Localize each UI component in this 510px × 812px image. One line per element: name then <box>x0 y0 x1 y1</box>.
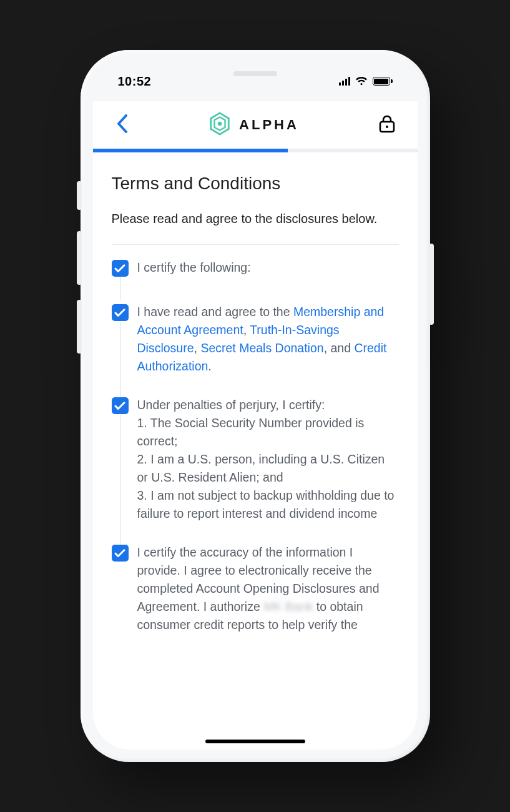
checklist-item: I certify the accuracy of the informatio… <box>112 543 399 633</box>
text: 3. I am not subject to backup withholdin… <box>137 488 395 520</box>
checklist-item-text: I have read and agree to the Membership … <box>137 303 399 375</box>
brand-logo-icon <box>208 112 232 138</box>
checklist-item: Under penalties of perjury, I certify: 1… <box>112 396 399 522</box>
content[interactable]: Terms and Conditions Please read and agr… <box>93 152 418 750</box>
phone-side-button <box>77 181 82 210</box>
checklist: I certify the following: I have read and… <box>112 259 399 634</box>
wifi-icon <box>355 77 368 86</box>
checkbox[interactable] <box>112 260 129 277</box>
app-header: ALPHA <box>93 100 418 149</box>
checkbox[interactable] <box>112 304 129 321</box>
text: , and <box>324 341 355 355</box>
phone-volume-down <box>77 300 82 354</box>
checklist-item-text: Under penalties of perjury, I certify: 1… <box>137 396 399 522</box>
status-time: 10:52 <box>118 74 152 89</box>
checkbox[interactable] <box>112 545 129 562</box>
checklist-item-text: I certify the accuracy of the informatio… <box>137 543 399 633</box>
text: Under penalties of perjury, I certify: <box>137 398 325 412</box>
redacted-text: MK Bank <box>263 600 313 613</box>
text: 1. The Social Security Number provided i… <box>137 416 365 448</box>
page-title: Terms and Conditions <box>112 174 399 194</box>
back-button[interactable] <box>110 111 134 139</box>
checklist-item: I have read and agree to the Membership … <box>112 303 399 375</box>
text: , <box>243 323 250 337</box>
svg-point-4 <box>386 126 388 128</box>
phone-power-button <box>429 244 434 325</box>
text: , <box>194 341 201 355</box>
cellular-signal-icon <box>339 77 350 86</box>
phone-volume-up <box>77 231 82 285</box>
text: 2. I am a U.S. person, including a U.S. … <box>137 452 385 484</box>
phone-mockup: 10:52 <box>81 50 430 762</box>
checklist-item-text: I certify the following: <box>137 259 399 277</box>
page-subtitle: Please read and agree to the disclosures… <box>112 210 399 228</box>
link-secret-meals[interactable]: Secret Meals Donation <box>200 341 323 355</box>
speaker-grill <box>233 71 277 76</box>
home-indicator[interactable] <box>205 740 305 743</box>
svg-point-2 <box>218 121 222 126</box>
text: I have read and agree to the <box>137 305 293 319</box>
brand: ALPHA <box>208 112 299 138</box>
lock-icon[interactable] <box>374 111 400 139</box>
checkbox[interactable] <box>112 397 129 414</box>
brand-name: ALPHA <box>239 117 299 133</box>
text: . <box>208 359 211 373</box>
screen: 10:52 <box>93 62 418 750</box>
battery-icon <box>373 77 393 86</box>
phone-notch <box>177 62 333 85</box>
divider <box>112 244 399 245</box>
checklist-item: I certify the following: <box>112 259 399 277</box>
